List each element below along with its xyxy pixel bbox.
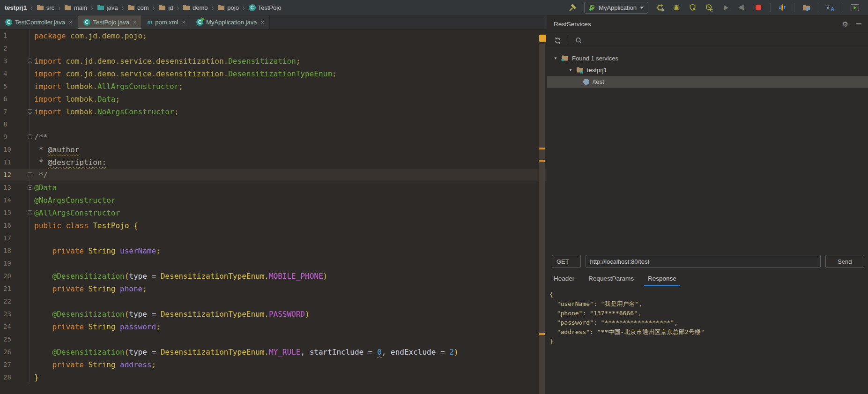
response-body[interactable]: { "userName": "我是用户名", "phone": "137****… [547, 286, 868, 346]
send-button[interactable]: Send [825, 255, 864, 268]
response-line: "address": "**中国-北京市通州区京东总部2号楼" [549, 327, 866, 337]
code-line-21[interactable]: 21 private String phone; [0, 282, 547, 295]
code-line-1[interactable]: 1package com.jd.demo.pojo; [0, 30, 547, 42]
line-number: 20 [0, 270, 16, 282]
code-line-6[interactable]: 6import lombok.Data; [0, 93, 547, 105]
tab-close-icon[interactable]: × [182, 19, 185, 26]
code-line-7[interactable]: 7import lombok.NoArgsConstructor; [0, 105, 547, 118]
fold-marker-icon[interactable] [28, 134, 32, 139]
code-line-2[interactable]: 2 [0, 42, 547, 55]
warning-stripe-mark[interactable] [539, 148, 545, 149]
code-line-12[interactable]: 12 */ [0, 169, 547, 181]
code-line-9[interactable]: 9/** [0, 131, 547, 143]
code-line-13[interactable]: 13@Data [0, 181, 547, 194]
expand-arrow-icon[interactable]: ▼ [568, 68, 573, 72]
breadcrumb-item-jd[interactable]: jd [158, 4, 173, 11]
code-line-14[interactable]: 14@NoArgsConstructor [0, 194, 547, 207]
code-line-24[interactable]: 24 private String password; [0, 320, 547, 333]
code-line-10[interactable]: 10 * @author [0, 143, 547, 156]
tree-item-Found-1-services[interactable]: ▼Found 1 services [547, 52, 868, 64]
code-line-23[interactable]: 23 @Desensitization(type = Desensitizati… [0, 308, 547, 320]
editor-tab-TestController.java[interactable]: CTestController.java× [0, 15, 78, 29]
response-tab-RequestParams[interactable]: RequestParams [588, 275, 634, 286]
refresh-icon[interactable] [553, 36, 562, 45]
response-tab-Header[interactable]: Header [554, 275, 574, 286]
breadcrumb-project[interactable]: testprj1 [5, 4, 27, 11]
breadcrumb-item-src[interactable]: src [37, 4, 54, 11]
debug-icon[interactable] [672, 3, 681, 12]
translate-icon[interactable]: 文A [825, 3, 836, 12]
settings-sync-icon[interactable] [778, 3, 787, 12]
tree-item-label: Found 1 services [572, 55, 618, 62]
code-line-20[interactable]: 20 @Desensitization(type = Desensitizati… [0, 270, 547, 282]
code-line-17[interactable]: 17 [0, 232, 547, 245]
gutter [16, 143, 30, 156]
code-line-27[interactable]: 27 private String address; [0, 358, 547, 371]
editor-tab-MyApplication.java[interactable]: CMyApplication.java× [191, 15, 270, 29]
warning-stripe-mark[interactable] [539, 333, 545, 335]
request-area: GET Send HeaderRequestParamsResponse { "… [547, 255, 868, 346]
project-structure-icon[interactable] [801, 3, 811, 12]
code-line-25[interactable]: 25 [0, 333, 547, 346]
code-line-28[interactable]: 28} [0, 371, 547, 384]
code-line-16[interactable]: 16public class TestPojo { [0, 219, 547, 232]
breadcrumb-item-demo[interactable]: demo [183, 4, 208, 11]
fold-marker-icon[interactable] [28, 185, 32, 190]
main-toolbar: MyApplication [568, 2, 863, 14]
code-line-18[interactable]: 18 private String userName; [0, 245, 547, 257]
stop-icon[interactable] [754, 3, 763, 12]
fold-marker-icon[interactable] [28, 210, 32, 215]
minimize-icon[interactable] [856, 23, 861, 24]
response-tab-Response[interactable]: Response [648, 275, 676, 286]
breadcrumb-item-java[interactable]: java [97, 4, 118, 11]
fold-marker-icon[interactable] [28, 109, 32, 114]
fold-marker-icon[interactable] [28, 172, 32, 177]
editor-tab-pom.xml[interactable]: mpom.xml× [142, 15, 191, 29]
tree-item-testprj1[interactable]: ▼testprj1 [547, 64, 868, 76]
run-with-coverage-icon[interactable] [688, 3, 697, 12]
editor-tab-TestPojo.java[interactable]: CTestPojo.java× [78, 15, 142, 29]
code-text: private String userName; [30, 245, 161, 257]
code-line-8[interactable]: 8 [0, 118, 547, 131]
warning-stripe-mark[interactable] [539, 160, 545, 162]
tree-item--test[interactable]: /test [547, 76, 868, 88]
folder-icon [217, 4, 225, 11]
run-icon[interactable] [721, 3, 730, 12]
tab-close-icon[interactable]: × [260, 19, 264, 26]
code-line-19[interactable]: 19 [0, 257, 547, 270]
gutter [16, 282, 30, 295]
code-line-22[interactable]: 22 [0, 295, 547, 308]
editor-scrollbar[interactable] [539, 44, 545, 394]
code-line-5[interactable]: 5import lombok.AllArgsConstructor; [0, 80, 547, 93]
http-method-select[interactable]: GET [552, 255, 581, 268]
profiler-icon[interactable] [705, 3, 714, 12]
url-input[interactable] [586, 255, 821, 268]
code-editor[interactable]: 1package com.jd.demo.pojo;23import com.j… [0, 30, 547, 394]
fold-marker-icon[interactable] [28, 59, 32, 63]
response-line: "phone": "137****6666", [549, 309, 866, 318]
build-hammer-icon[interactable] [568, 3, 577, 12]
breadcrumb-item-pojo[interactable]: pojo [217, 4, 239, 11]
breadcrumb-item-TestPojo[interactable]: CTestPojo [249, 4, 282, 11]
gear-icon[interactable]: ⚙ [842, 21, 848, 28]
run-anything-icon[interactable] [850, 3, 860, 12]
breadcrumb-item-com[interactable]: com [127, 4, 149, 11]
code-line-3[interactable]: 3import com.jd.demo.service.desensitizat… [0, 55, 547, 67]
search-icon[interactable] [574, 36, 583, 45]
breadcrumb-item-main[interactable]: main [64, 4, 87, 11]
inspections-status-indicator[interactable] [539, 35, 546, 42]
run-configurations-select[interactable]: MyApplication [584, 2, 648, 14]
expand-arrow-icon[interactable]: ▼ [553, 56, 558, 60]
gutter [16, 270, 30, 282]
line-number: 4 [0, 67, 16, 80]
code-line-26[interactable]: 26 @Desensitization(type = Desensitizati… [0, 346, 547, 358]
breadcrumb-label: main [74, 4, 87, 11]
code-line-11[interactable]: 11 * @description: [0, 156, 547, 169]
rerun-icon[interactable] [655, 3, 665, 12]
code-line-4[interactable]: 4import com.jd.demo.service.desensitizat… [0, 67, 547, 80]
code-line-15[interactable]: 15@AllArgsConstructor [0, 207, 547, 219]
line-number: 21 [0, 282, 16, 295]
tab-close-icon[interactable]: × [133, 19, 137, 26]
thread-dump-icon[interactable] [737, 3, 747, 12]
tab-close-icon[interactable]: × [69, 19, 73, 26]
